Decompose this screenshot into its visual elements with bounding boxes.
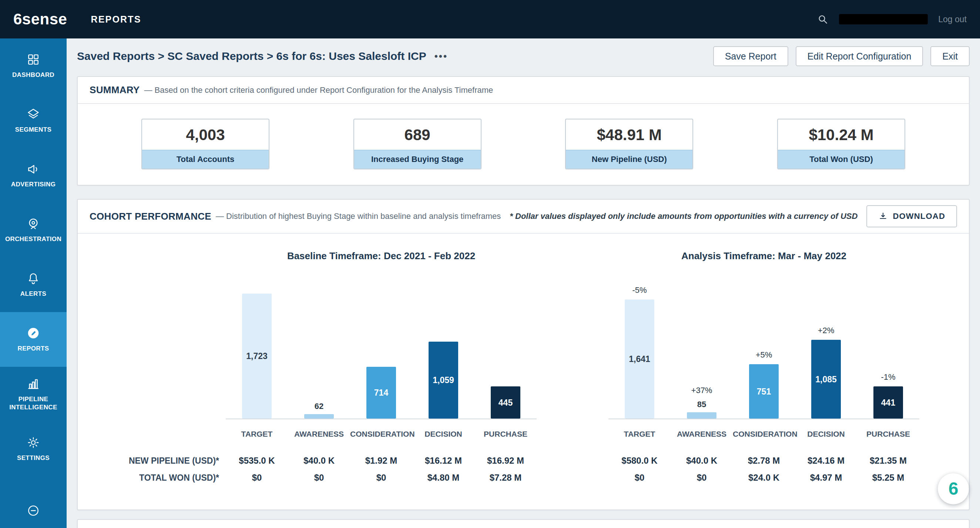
bar-value-label: 1,059 [429,375,458,385]
summary-title: SUMMARY [89,84,140,96]
bar-decision: 1,085 [811,340,841,419]
breadcrumb: Saved Reports > SC Saved Reports > 6s fo… [77,50,426,62]
page-header: Saved Reports > SC Saved Reports > 6s fo… [67,38,980,74]
new-pipeline-value: $40.0 K [288,455,350,466]
topbar-section-title: REPORTS [91,14,141,25]
sidebar-item-reports[interactable]: REPORTS [0,312,67,367]
edit-report-configuration-button[interactable]: Edit Report Configuration [796,46,923,66]
category-label: DECISION [412,429,474,439]
pct-change-label: +37% [691,386,713,395]
sidebar-item-label: PIPELINE INTELLIGENCE [3,395,64,412]
chart-analysis-timeframe: Analysis Timeframe: Mar - May 2022-5%1,6… [608,249,919,483]
currency-note: * Dollar values displayed only include a… [510,211,858,221]
main-content: Saved Reports > SC Saved Reports > 6s fo… [67,38,980,528]
6sense-logo[interactable]: 6sense [13,10,67,28]
sidebar-item-label: REPORTS [18,345,49,353]
6sense-badge-button[interactable]: 6 [938,473,969,504]
sidebar-collapse-button[interactable] [0,504,67,528]
stat-label: Total Accounts [142,150,269,169]
bar-column-purchase: -1%441 [857,372,919,419]
chart-baseline-timeframe: Baseline Timeframe: Dec 2021 - Feb 20221… [226,249,537,483]
bar-column-decision: 1,059 [412,342,474,419]
sidebar-item-segments[interactable]: SEGMENTS [0,93,67,148]
settings-icon [26,436,40,450]
bar-awareness [304,414,334,419]
new-pipeline-value: $535.0 K [226,455,288,466]
cohort-performance-card: COHORT PERFORMANCE — Distribution of hig… [77,199,970,510]
category-label: AWARENESS [288,429,350,439]
stat-card-total-accounts: 4,003 Total Accounts [142,119,269,169]
category-label: CONSIDERATION [733,429,795,439]
stat-card-new-pipeline: $48.91 M New Pipeline (USD) [565,119,693,169]
total-won-value: $7.28 M [474,473,537,483]
bar-column-awareness: 62 [288,401,350,419]
stat-value: 4,003 [142,119,269,150]
exit-button[interactable]: Exit [931,46,970,66]
save-report-button[interactable]: Save Report [713,46,788,66]
category-label: TARGET [226,429,288,439]
sidebar-item-label: SETTINGS [17,454,49,462]
chart-title: Baseline Timeframe: Dec 2021 - Feb 2022 [226,249,537,263]
bars-row: 1,723627141,059445 [226,266,537,419]
sidebar-item-alerts[interactable]: ALERTS [0,257,67,312]
new-pipeline-value: $24.16 M [795,455,857,466]
download-button[interactable]: DOWNLOAD [866,205,957,227]
bar-purchase: 445 [491,386,520,419]
category-label: PURCHASE [474,429,537,439]
bar-value-label: 1,085 [811,374,841,384]
stat-value: $48.91 M [566,119,692,150]
bar-awareness [687,412,716,419]
cohort-title: COHORT PERFORMANCE [89,211,211,222]
sidebar-item-pipeline-intelligence[interactable]: PIPELINE INTELLIGENCE [0,367,67,422]
new-pipeline-values: $535.0 K$40.0 K$1.92 M$16.12 M$16.92 M [226,455,537,466]
new-pipeline-value: $16.92 M [474,455,537,466]
bar-column-awareness: +37%85 [671,386,733,419]
category-labels: TARGETAWARENESSCONSIDERATIONDECISIONPURC… [608,419,919,439]
stat-value: $10.24 M [778,119,905,150]
sidebar-item-label: ORCHESTRATION [5,235,61,243]
total-won-value: $24.0 K [733,473,795,483]
category-label: DECISION [795,429,857,439]
bar-target: 1,723 [242,293,272,419]
sidebar-item-label: ALERTS [21,290,46,298]
sidebar-item-settings[interactable]: SETTINGS [0,422,67,476]
bar-column-consideration: 714 [350,367,412,419]
sidebar-item-advertising[interactable]: ADVERTISING [0,148,67,203]
cohort-charts: NEW PIPELINE (USD)* TOTAL WON (USD)* Bas… [78,234,969,509]
search-icon[interactable] [817,13,829,25]
sidebar: DASHBOARD SEGMENTS ADVERTISING ORCHESTRA… [0,38,67,528]
new-pipeline-values: $580.0 K$40.0 K$2.78 M$24.16 M$21.35 M [608,455,919,466]
bar-column-purchase: 445 [474,386,537,419]
pct-change-label: -1% [881,372,895,382]
new-pipeline-value: $1.92 M [350,455,412,466]
row-label-new-pipeline: NEW PIPELINE (USD)* [129,455,219,466]
reports-icon [26,326,40,340]
category-label: AWARENESS [671,429,733,439]
category-labels: TARGETAWARENESSCONSIDERATIONDECISIONPURC… [226,419,537,439]
topbar: 6sense REPORTS Log out [0,0,980,38]
dashboard-icon [26,52,40,67]
more-menu-button[interactable]: ••• [434,51,448,62]
stat-label: Increased Buying Stage [354,150,481,169]
sidebar-item-dashboard[interactable]: DASHBOARD [0,38,67,93]
bar-column-target: 1,723 [226,293,288,419]
chart-row-labels: NEW PIPELINE (USD)* TOTAL WON (USD)* [88,249,226,483]
total-won-value: $0 [671,473,733,483]
cohort-subtitle: — Distribution of highest Buying Stage w… [216,211,501,221]
stat-value: 689 [354,119,481,150]
total-won-value: $0 [608,473,671,483]
download-icon [878,211,888,221]
logout-link[interactable]: Log out [938,14,967,24]
total-won-value: $4.97 M [795,473,857,483]
sidebar-item-orchestration[interactable]: ORCHESTRATION [0,203,67,257]
bar-column-consideration: +5%751 [733,350,795,419]
total-won-value: $0 [350,473,412,483]
bar-target: 1,641 [625,300,654,419]
orchestration-icon [26,217,40,231]
stat-label: Total Won (USD) [778,150,905,169]
category-label: CONSIDERATION [350,429,412,439]
segments-icon [26,107,40,121]
summary-subtitle: — Based on the cohort criteria configure… [144,86,493,95]
category-label: PURCHASE [857,429,919,439]
alerts-icon [26,271,40,285]
